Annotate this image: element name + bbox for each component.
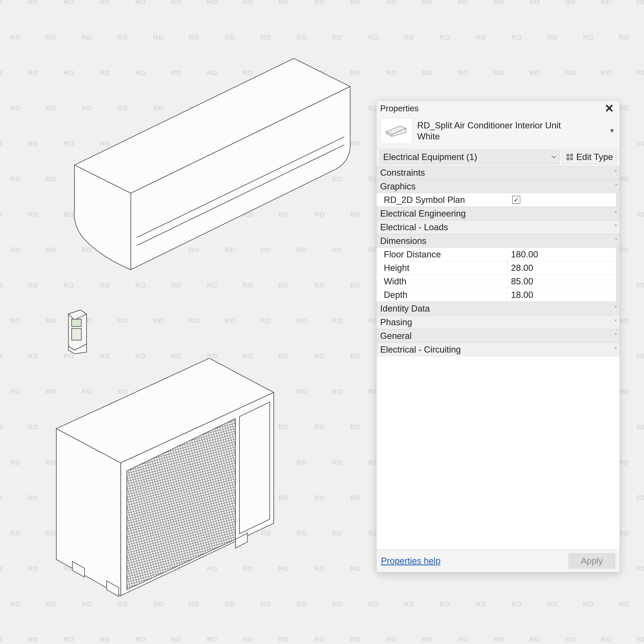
svg-rect-1 [72,328,81,340]
apply-button[interactable]: Apply [569,553,615,569]
prop-row-height[interactable]: Height 28.00 [377,261,620,275]
group-label: General [380,331,412,341]
group-label: Graphics [380,181,416,191]
chevron-collapse-icon: ˆ [615,237,616,244]
properties-panel: Properties ✕ RD_Split Air Conditioner In… [376,101,620,572]
panel-title: Properties [380,104,419,113]
prop-value[interactable]: 28.00 [508,261,616,275]
chevron-expand-icon: ˅ [614,332,616,340]
group-label: Electrical Engineering [380,208,466,219]
group-electrical-circuiting[interactable]: Electrical - Circuiting ˅ [377,343,620,356]
prop-value[interactable]: 85.00 [508,275,616,288]
chevron-expand-icon: ˅ [614,319,616,326]
close-icon[interactable]: ✕ [603,103,616,114]
group-label: Constraints [380,168,425,178]
chevron-collapse-icon: ˆ [615,183,616,190]
prop-row-2d-symbol-plan[interactable]: RD_2D Symbol Plan ✓ [377,193,620,207]
row-handle [616,248,620,261]
group-dimensions[interactable]: Dimensions ˆ [377,234,620,248]
row-handle [616,261,620,275]
row-handle [616,193,620,206]
prop-label: Floor Distance [377,248,508,261]
properties-help-link[interactable]: Properties help [381,556,441,566]
prop-label: Width [377,275,508,288]
chevron-expand-icon: ˅ [614,210,616,217]
group-electrical-loads[interactable]: Electrical - Loads ˅ [377,220,620,234]
chevron-expand-icon: ˅ [614,169,616,176]
group-phasing[interactable]: Phasing ˅ [377,315,620,329]
row-handle [616,275,620,288]
outdoor-unit-drawing [42,358,284,610]
category-select-label: Electrical Equipment (1) [383,152,477,162]
group-label: Electrical - Circuiting [380,345,461,355]
remote-drawing [62,310,91,354]
group-identity-data[interactable]: Identity Data ˅ [377,302,620,315]
type-selector-row[interactable]: RD_Split Air Conditioner Interior Unit W… [377,116,620,148]
edit-type-button[interactable]: Edit Type [562,150,617,164]
prop-value[interactable]: 180.00 [508,248,616,261]
prop-value[interactable]: 18.00 [508,288,616,301]
chevron-expand-icon: ˅ [614,224,616,231]
type-thumbnail [380,118,412,144]
prop-row-floor-distance[interactable]: Floor Distance 180.00 [377,248,620,261]
group-graphics[interactable]: Graphics ˆ [377,180,620,193]
prop-label: RD_2D Symbol Plan [377,193,508,206]
row-handle [616,288,620,301]
group-label: Phasing [380,317,412,327]
prop-row-depth[interactable]: Depth 18.00 [377,288,620,302]
model-viewport [0,0,362,644]
group-general[interactable]: General ˅ [377,329,620,343]
indoor-unit-drawing [50,56,362,278]
group-label: Electrical - Loads [380,222,448,232]
prop-value[interactable]: ✓ [508,193,616,206]
chevron-expand-icon: ˅ [614,346,616,353]
prop-row-width[interactable]: Width 85.00 [377,275,620,288]
prop-label: Depth [377,288,508,301]
group-label: Dimensions [380,236,426,246]
category-select[interactable]: Electrical Equipment (1) [379,150,559,164]
prop-label: Height [377,261,508,275]
group-constraints[interactable]: Constraints ˅ [377,166,620,180]
chevron-expand-icon: ˅ [614,305,616,312]
properties-body: Constraints ˅ Graphics ˆ RD_2D Symbol Pl… [377,166,620,549]
edit-type-label: Edit Type [576,152,613,162]
checkbox-checked-icon[interactable]: ✓ [512,196,520,204]
group-electrical-engineering[interactable]: Electrical Engineering ˅ [377,207,620,220]
type-dropdown-icon[interactable]: ▼ [608,127,616,134]
group-label: Identity Data [380,303,430,314]
edit-type-icon [566,153,574,161]
type-name: RD_Split Air Conditioner Interior Unit W… [417,120,603,142]
svg-rect-0 [72,319,81,326]
